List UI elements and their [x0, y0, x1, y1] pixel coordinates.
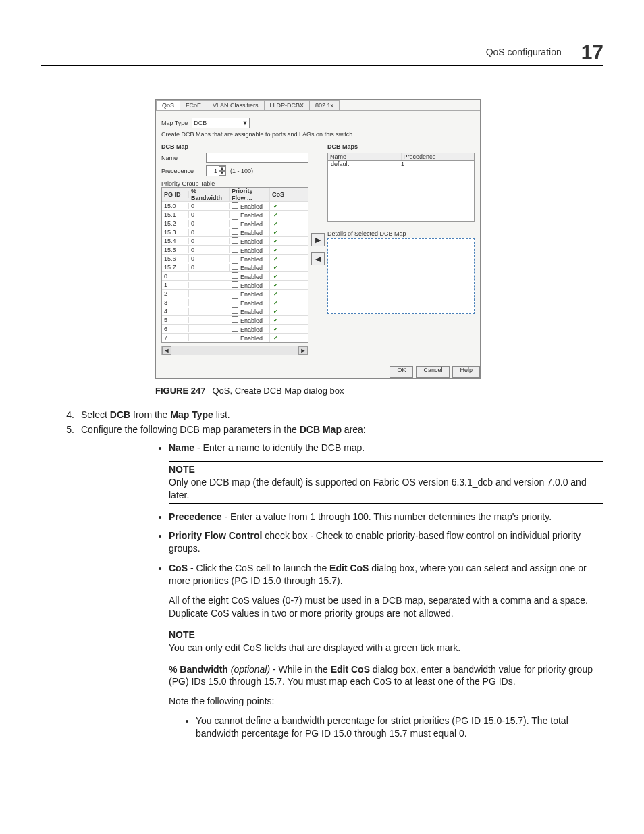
tab-vlan[interactable]: VLAN Classifiers: [207, 100, 265, 110]
tab-qos[interactable]: QoS: [156, 100, 180, 110]
cell-pf: Enabled: [230, 263, 270, 271]
checkbox-icon[interactable]: [232, 237, 238, 244]
checkbox-icon[interactable]: [232, 281, 238, 288]
scroll-left-icon[interactable]: ◄: [162, 346, 171, 355]
pg-table: PG ID % Bandwidth Priority Flow ... CoS …: [161, 187, 308, 343]
table-row[interactable]: 2Enabled✔: [162, 290, 308, 298]
map-type-dropdown[interactable]: DCB ▼: [192, 118, 250, 128]
tab-8021x[interactable]: 802.1x: [309, 100, 340, 110]
cell-precedence: 1: [401, 161, 471, 167]
checkbox-icon[interactable]: [232, 228, 238, 235]
cell-pgid: 3: [162, 299, 189, 306]
cell-pf: Enabled: [230, 211, 270, 219]
table-row[interactable]: 15.10Enabled✔: [162, 211, 308, 219]
cell-pf: Enabled: [230, 316, 270, 324]
cell-cos: ✔: [270, 282, 293, 288]
bullet-name: Name - Enter a name to identify the DCB …: [169, 442, 603, 504]
cell-bw: 0: [189, 211, 230, 218]
checkbox-icon[interactable]: [232, 307, 238, 314]
checkbox-icon[interactable]: [232, 290, 238, 296]
tick-icon: ✔: [273, 317, 278, 323]
figure-caption: FIGURE 247QoS, Create DCB Map dialog box: [155, 386, 603, 396]
spinner-icon[interactable]: ▲▼: [219, 166, 225, 176]
cell-cos: ✔: [270, 334, 293, 341]
table-row[interactable]: 15.70Enabled✔: [162, 263, 308, 272]
checkbox-icon[interactable]: [232, 219, 238, 226]
cancel-button[interactable]: Cancel: [416, 366, 450, 378]
scroll-right-icon[interactable]: ►: [298, 346, 308, 355]
col-cos[interactable]: CoS: [270, 191, 293, 198]
note-label: NOTE: [169, 463, 603, 476]
cell-cos: ✔: [270, 203, 293, 209]
tab-lldp[interactable]: LLDP-DCBX: [264, 100, 311, 110]
cell-cos: ✔: [270, 308, 293, 315]
horizontal-scrollbar[interactable]: ◄ ►: [161, 346, 308, 355]
precedence-value: 1: [207, 167, 219, 174]
cell-pf: Enabled: [230, 307, 270, 315]
table-row[interactable]: 1Enabled✔: [162, 281, 308, 290]
details-box: [327, 238, 475, 314]
note-text: You can only edit CoS fields that are di…: [169, 642, 603, 654]
checkbox-icon[interactable]: [232, 263, 238, 270]
table-row[interactable]: 15.30Enabled✔: [162, 228, 308, 237]
cell-pgid: 15.1: [162, 211, 189, 218]
table-row[interactable]: 15.20Enabled✔: [162, 219, 308, 228]
table-row[interactable]: 15.00Enabled✔: [162, 202, 308, 211]
checkbox-icon[interactable]: [232, 246, 238, 253]
cell-pf: Enabled: [230, 325, 270, 333]
col-pf[interactable]: Priority Flow ...: [230, 188, 270, 201]
checkbox-icon[interactable]: [232, 211, 238, 217]
dcb-maps-table[interactable]: default 1: [327, 161, 475, 222]
cell-pgid: 1: [162, 282, 189, 288]
col-bw[interactable]: % Bandwidth: [189, 188, 230, 201]
cell-pf: Enabled: [230, 281, 270, 289]
checkbox-icon[interactable]: [232, 334, 238, 340]
name-input[interactable]: [206, 153, 308, 163]
checkbox-icon[interactable]: [232, 202, 238, 209]
remove-arrow-button[interactable]: ◀: [311, 252, 325, 265]
figure-text: QoS, Create DCB Map dialog box: [212, 386, 344, 396]
cell-pf: Enabled: [230, 219, 270, 228]
tick-icon: ✔: [273, 203, 278, 209]
cell-pgid: 4: [162, 308, 189, 315]
table-row[interactable]: 0Enabled✔: [162, 272, 308, 281]
cell-cos: ✔: [270, 299, 293, 306]
cell-pf: Enabled: [230, 228, 270, 236]
tick-icon: ✔: [273, 221, 278, 227]
tick-icon: ✔: [273, 326, 278, 332]
cell-cos: ✔: [270, 211, 293, 218]
table-row[interactable]: 6Enabled✔: [162, 325, 308, 334]
cell-bw: 0: [189, 238, 230, 244]
cell-cos: ✔: [270, 273, 293, 280]
tick-icon: ✔: [273, 273, 278, 280]
checkbox-icon[interactable]: [232, 316, 238, 323]
table-row[interactable]: 7Enabled✔: [162, 334, 308, 342]
cell-pgid: 6: [162, 325, 189, 332]
table-row[interactable]: 5Enabled✔: [162, 316, 308, 325]
table-row[interactable]: 15.50Enabled✔: [162, 246, 308, 255]
table-row[interactable]: 15.40Enabled✔: [162, 237, 308, 246]
checkbox-icon[interactable]: [232, 272, 238, 279]
table-row[interactable]: 4Enabled✔: [162, 307, 308, 316]
col-name[interactable]: Name: [328, 153, 402, 160]
tab-fcoe[interactable]: FCoE: [180, 100, 207, 110]
precedence-range: (1 - 100): [230, 167, 253, 174]
sub-bullet-1: You cannot define a bandwidth percentage…: [196, 714, 603, 740]
cell-bw: 0: [189, 229, 230, 236]
ok-button[interactable]: OK: [390, 366, 413, 378]
checkbox-icon[interactable]: [232, 325, 238, 332]
bullet-cos: CoS - Click the CoS cell to launch the E…: [169, 562, 603, 740]
checkbox-icon[interactable]: [232, 255, 238, 261]
table-row[interactable]: 15.60Enabled✔: [162, 255, 308, 263]
precedence-input[interactable]: 1 ▲▼: [206, 165, 226, 176]
step-4-number: 4.: [54, 409, 74, 420]
cell-name: default: [331, 161, 401, 167]
col-precedence[interactable]: Precedence: [402, 153, 475, 160]
table-row[interactable]: 3Enabled✔: [162, 298, 308, 307]
help-button[interactable]: Help: [452, 366, 480, 378]
checkbox-icon[interactable]: [232, 298, 238, 305]
col-pgid[interactable]: PG ID: [162, 191, 189, 198]
cell-pgid: 15.5: [162, 246, 189, 253]
cell-cos: ✔: [270, 325, 293, 332]
add-arrow-button[interactable]: ▶: [311, 233, 325, 246]
